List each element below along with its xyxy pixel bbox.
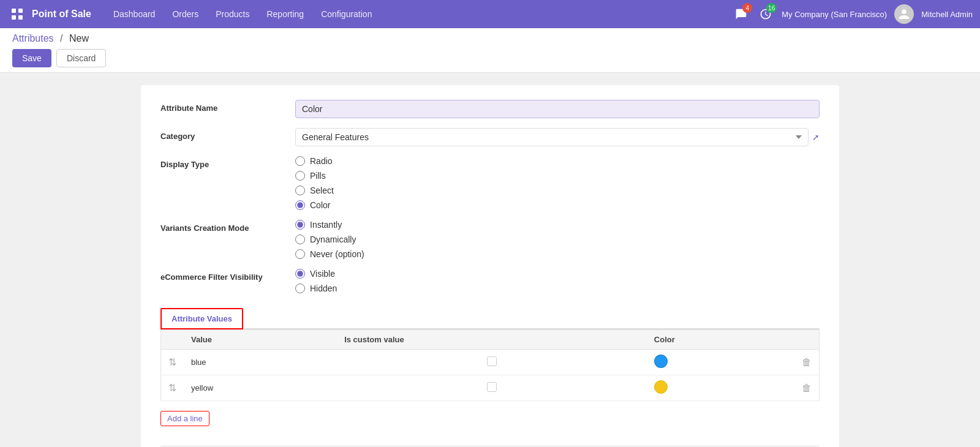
radio-pills[interactable]: Pills [295, 171, 820, 181]
custom-value-cell [337, 350, 647, 375]
user-name: Mitchell Admin [921, 10, 973, 19]
messages-icon-wrap[interactable]: 4 [733, 6, 750, 23]
delete-cell: 🗑 [794, 375, 820, 401]
breadcrumb-separator: / [60, 33, 62, 43]
radio-dynamically-input[interactable] [295, 235, 305, 244]
radio-never[interactable]: Never (option) [295, 249, 820, 259]
radio-radio-input[interactable] [295, 156, 305, 166]
variants-mode-field: Instantly Dynamically Never (option) [295, 220, 820, 259]
breadcrumb: Attributes / New [12, 33, 968, 44]
variants-mode-label: Variants Creation Mode [160, 220, 295, 233]
display-type-radio-group: Radio Pills Select Color [295, 156, 820, 210]
radio-radio[interactable]: Radio [295, 156, 820, 166]
user-avatar[interactable] [894, 4, 914, 24]
svg-rect-1 [18, 9, 23, 13]
value-cell[interactable]: blue [184, 350, 337, 375]
radio-color-input[interactable] [295, 200, 305, 210]
nav-reporting[interactable]: Reporting [259, 6, 311, 23]
category-label: Category [160, 128, 295, 141]
delete-row-icon[interactable]: 🗑 [802, 357, 812, 367]
category-external-link-icon[interactable]: ➚ [812, 132, 820, 142]
discard-button[interactable]: Discard [56, 49, 106, 67]
nav-dashboard[interactable]: Dashboard [106, 6, 163, 23]
svg-rect-3 [18, 15, 23, 20]
tab-attribute-values[interactable]: Attribute Values [160, 308, 243, 329]
value-cell[interactable]: yellow [184, 375, 337, 401]
drag-handle-icon[interactable]: ⇅ [168, 357, 176, 367]
save-button[interactable]: Save [12, 49, 51, 67]
action-buttons: Save Discard [12, 49, 968, 67]
delete-cell: 🗑 [794, 350, 820, 375]
display-type-row: Display Type Radio Pills Select Color [160, 156, 820, 210]
category-select-wrap: General Features ➚ [295, 128, 820, 146]
radio-hidden-label: Hidden [310, 284, 337, 293]
radio-instantly[interactable]: Instantly [295, 220, 820, 230]
radio-visible-input[interactable] [295, 269, 305, 279]
breadcrumb-parent[interactable]: Attributes [12, 33, 54, 43]
drag-handle-icon[interactable]: ⇅ [168, 383, 176, 393]
radio-pills-label: Pills [310, 171, 326, 181]
table-row: ⇅ blue 🗑 [161, 350, 820, 375]
attribute-name-label: Attribute Name [160, 100, 295, 113]
radio-visible-label: Visible [310, 269, 335, 279]
radio-radio-label: Radio [310, 156, 333, 166]
app-brand: Point of Sale [32, 9, 91, 20]
radio-never-input[interactable] [295, 249, 305, 259]
col-value-header: Value [184, 330, 337, 350]
table-header-row: Value Is custom value Color [161, 330, 820, 350]
svg-rect-0 [12, 9, 16, 13]
color-cell[interactable] [647, 350, 794, 375]
col-custom-header: Is custom value [337, 330, 647, 350]
variants-mode-radio-group: Instantly Dynamically Never (option) [295, 220, 820, 259]
ecommerce-label: eCommerce Filter Visibility [160, 269, 295, 282]
bottom-divider [160, 446, 820, 446]
ecommerce-row: eCommerce Filter Visibility Visible Hidd… [160, 269, 820, 293]
color-dot-yellow[interactable] [654, 380, 668, 394]
variants-mode-row: Variants Creation Mode Instantly Dynamic… [160, 220, 820, 259]
radio-color-label: Color [310, 200, 330, 210]
nav-configuration[interactable]: Configuration [314, 6, 379, 23]
nav-right-section: 4 16 My Company (San Francisco) Mitchell… [733, 4, 973, 24]
radio-dynamically[interactable]: Dynamically [295, 235, 820, 244]
radio-hidden-input[interactable] [295, 284, 305, 293]
radio-dynamically-label: Dynamically [310, 235, 356, 244]
custom-value-checkbox[interactable] [487, 356, 497, 366]
table-footer: Add a line [160, 401, 820, 431]
color-cell[interactable] [647, 375, 794, 401]
ecommerce-field: Visible Hidden [295, 269, 820, 293]
attribute-name-input[interactable] [295, 100, 820, 118]
messages-badge: 4 [742, 3, 752, 13]
nav-products[interactable]: Products [208, 6, 257, 23]
delete-row-icon[interactable]: 🗑 [802, 383, 812, 393]
col-color-header: Color [647, 330, 794, 350]
display-type-field: Radio Pills Select Color [295, 156, 820, 210]
custom-value-cell [337, 375, 647, 401]
category-row: Category General Features ➚ [160, 128, 820, 146]
radio-color[interactable]: Color [295, 200, 820, 210]
radio-instantly-label: Instantly [310, 220, 342, 230]
radio-select[interactable]: Select [295, 186, 820, 195]
tab-bar: Attribute Values [160, 308, 820, 329]
nav-orders[interactable]: Orders [165, 6, 206, 23]
radio-instantly-input[interactable] [295, 220, 305, 230]
radio-hidden[interactable]: Hidden [295, 284, 820, 293]
category-field: General Features ➚ [295, 128, 820, 146]
add-line-button[interactable]: Add a line [160, 411, 209, 426]
grid-menu-icon[interactable] [7, 4, 27, 24]
attribute-name-row: Attribute Name [160, 100, 820, 118]
radio-never-label: Never (option) [310, 249, 364, 259]
category-select[interactable]: General Features [295, 128, 809, 146]
table-row: ⇅ yellow 🗑 [161, 375, 820, 401]
radio-visible[interactable]: Visible [295, 269, 820, 279]
drag-handle-cell: ⇅ [161, 375, 184, 401]
top-navigation: Point of Sale Dashboard Orders Products … [0, 0, 980, 28]
col-actions-header [794, 330, 820, 350]
color-dot-blue[interactable] [654, 355, 668, 368]
radio-pills-input[interactable] [295, 171, 305, 181]
activity-icon-wrap[interactable]: 16 [757, 6, 774, 23]
radio-select-input[interactable] [295, 186, 305, 195]
custom-value-checkbox[interactable] [487, 382, 497, 392]
breadcrumb-current: New [69, 33, 89, 43]
main-content: Attribute Name Category General Features… [0, 73, 980, 447]
ecommerce-radio-group: Visible Hidden [295, 269, 820, 293]
